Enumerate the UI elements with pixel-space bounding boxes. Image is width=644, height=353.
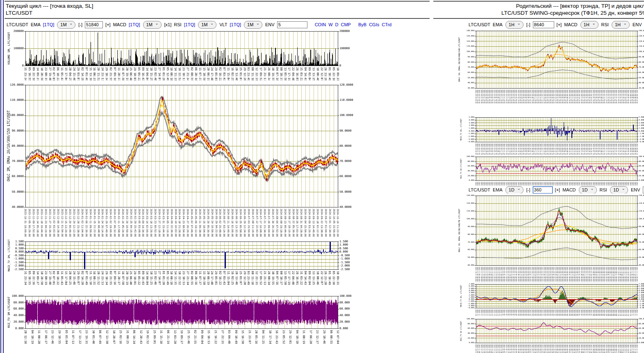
ohlc-1h-chart xyxy=(437,29,644,103)
rsi-label: RSI xyxy=(601,22,609,27)
left-toolbar: LTC/USDT EMA [1TQ] 1M [-] [+] MACD [1TQ]… xyxy=(5,20,393,29)
macd-label: MACD xyxy=(562,187,576,192)
toolbar-link[interactable]: W xyxy=(328,22,332,27)
rsi-timeframe-select-wrap: 1M xyxy=(198,21,216,29)
x1-link[interactable]: [x1] xyxy=(164,22,172,27)
macd-timeframe-select-wrap: 1H xyxy=(580,21,598,29)
pair-label: LTC/USDT xyxy=(7,22,28,27)
rsi-1d-chart xyxy=(437,317,644,353)
macd-1h-chart xyxy=(437,116,644,155)
left-panel-title: Текущий цикл --- [точка входа, SL] LTC/U… xyxy=(6,2,93,16)
right-toolbar-1h: LTC/USDT EMA 1H [-] [+] MACD 1H RSI 1H E… xyxy=(467,20,644,29)
toolbar-link[interactable]: ByB xyxy=(358,22,366,27)
macd-timeframe-select[interactable]: 1M xyxy=(143,21,162,29)
macd-timeframe-select-wrap: 1D xyxy=(579,186,597,194)
period-plus-button[interactable]: [+] xyxy=(555,187,560,192)
right-panel-title: Родительский --- [вектор трэнда, ТР] и д… xyxy=(501,2,644,16)
volume-1m-chart xyxy=(5,30,356,80)
left-panel: Текущий цикл --- [точка входа, SL] LTC/U… xyxy=(5,0,430,353)
ema-timeframe-select-wrap: 1H xyxy=(505,21,523,29)
ohlc-1m-chart xyxy=(5,81,356,238)
toolbar-link[interactable]: CMP xyxy=(341,22,351,27)
ema-timeframe-select[interactable]: 1H xyxy=(505,21,523,29)
ema-timeframe-select[interactable]: 1M xyxy=(57,21,75,29)
macd-1tq-link[interactable]: [1TQ] xyxy=(129,22,140,27)
pair-label: LTC/USDT xyxy=(469,22,490,27)
ohlc-1d-chart xyxy=(437,194,644,282)
period-minus-button[interactable]: [-] xyxy=(526,187,530,192)
macd-label: MACD xyxy=(564,22,577,27)
top-divider xyxy=(5,1,430,2)
macd-label: MACD xyxy=(113,22,126,27)
macd-1d-chart xyxy=(437,283,644,317)
rsi-timeframe-select-wrap: 1H xyxy=(612,21,630,29)
vlt-1tq-link[interactable]: [1TQ] xyxy=(230,22,241,27)
rsi-label: RSI xyxy=(600,187,607,192)
env-label: ENV xyxy=(265,22,275,27)
vlt-label: VLT xyxy=(219,22,227,27)
env-input[interactable] xyxy=(643,187,644,194)
vlt-timeframe-select[interactable]: 1M xyxy=(244,21,262,29)
rsi-timeframe-select[interactable]: 1H xyxy=(612,21,630,29)
top-divider xyxy=(433,1,644,2)
ema-label: EMA xyxy=(493,187,503,192)
pair-label: LTC/USDT xyxy=(469,187,490,192)
macd-1m-chart xyxy=(5,239,356,292)
rsi-1h-chart xyxy=(437,155,644,186)
toolbar-link[interactable]: CGIs xyxy=(369,22,379,27)
period-plus-button[interactable]: [+] xyxy=(105,22,111,27)
rsi-timeframe-select-wrap: 1D xyxy=(610,186,628,194)
right-panel: Родительский --- [вектор трэнда, ТР] и д… xyxy=(433,0,644,353)
toolbar-link[interactable]: D xyxy=(335,22,339,27)
title-divider xyxy=(433,18,644,19)
ema-timeframe-select-wrap: 1M xyxy=(57,21,75,29)
toolbar-link[interactable]: COIN xyxy=(315,22,326,27)
env-label: ENV xyxy=(631,187,640,192)
frame-border-outer xyxy=(0,0,1,353)
ema-timeframe-select-wrap: 1D xyxy=(505,186,523,194)
rsi-timeframe-select[interactable]: 1M xyxy=(198,21,216,29)
period-minus-button[interactable]: [-] xyxy=(526,22,530,27)
macd-timeframe-select[interactable]: 1D xyxy=(579,186,597,194)
ema-1tq-link[interactable]: [1TQ] xyxy=(43,22,55,27)
toolbar-link[interactable]: CTrd xyxy=(382,22,391,27)
rsi-1tq-link[interactable]: [1TQ] xyxy=(184,22,196,27)
rsi-timeframe-select[interactable]: 1D xyxy=(610,186,628,194)
rsi-1m-chart xyxy=(5,293,356,353)
macd-timeframe-select[interactable]: 1H xyxy=(580,21,598,29)
links-group-1: COINWDCMP xyxy=(314,22,352,27)
right-title-line2: LTC/USDT SWING-среднесрок (ТФ1Н, 25 дн, … xyxy=(501,9,644,16)
right-title-line1: Родительский --- [вектор трэнда, ТР] и д… xyxy=(501,2,644,9)
env-input[interactable] xyxy=(277,21,307,28)
frame-border-inner xyxy=(3,0,4,353)
left-title-line1: Текущий цикл --- [точка входа, SL] xyxy=(6,2,93,9)
period-minus-button[interactable]: [-] xyxy=(78,22,82,27)
ema-label: EMA xyxy=(31,22,41,27)
links-group-2: ByBCGIsCTrd xyxy=(357,22,393,27)
env-label: ENV xyxy=(633,22,642,27)
left-title-line2: LTC/USDT xyxy=(6,9,93,16)
period-input[interactable] xyxy=(533,187,553,194)
ema-timeframe-select[interactable]: 1D xyxy=(505,186,523,194)
ema-label: EMA xyxy=(493,22,503,27)
macd-timeframe-select-wrap: 1M xyxy=(143,21,162,29)
period-input[interactable] xyxy=(533,21,554,28)
vlt-timeframe-select-wrap: 1M xyxy=(244,21,262,29)
right-toolbar-1d: LTC/USDT EMA 1D [-] [+] MACD 1D RSI 1D E… xyxy=(467,185,644,194)
rsi-label: RSI xyxy=(174,22,181,27)
period-plus-button[interactable]: [+] xyxy=(557,22,562,27)
title-divider xyxy=(5,18,430,19)
period-input[interactable] xyxy=(85,21,103,28)
